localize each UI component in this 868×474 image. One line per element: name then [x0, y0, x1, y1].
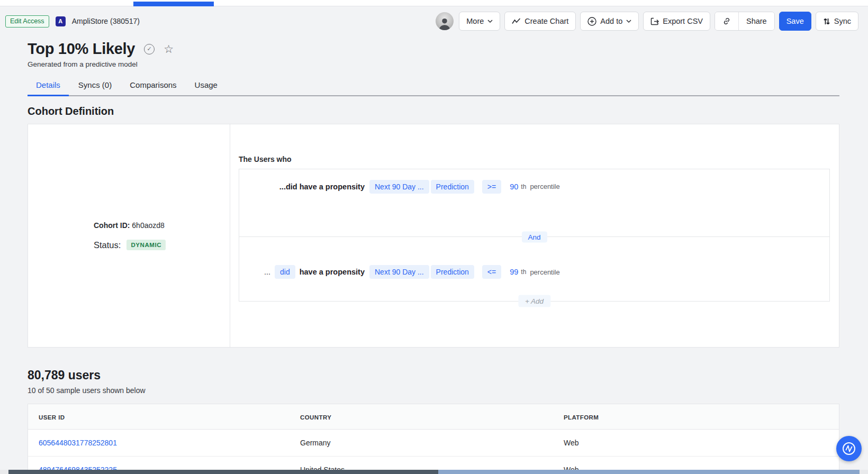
cohort-id-value: 6h0aozd8: [132, 221, 165, 230]
section-title-cohort-definition: Cohort Definition: [28, 105, 868, 117]
add-to-label: Add to: [600, 17, 622, 25]
link-icon: [722, 17, 731, 25]
create-chart-button[interactable]: Create Chart: [504, 12, 576, 31]
user-count-subtitle: 10 of 50 sample users shown below: [28, 386, 868, 395]
line-chart-icon: [512, 18, 521, 24]
workspace-avatar[interactable]: A: [56, 16, 66, 26]
export-csv-button[interactable]: Export CSV: [643, 12, 710, 31]
percentile-suffix: percentile: [530, 183, 559, 190]
percentile-value[interactable]: 99: [510, 268, 518, 276]
sample-users-table: USER ID COUNTRY PLATFORM 605644803177825…: [28, 404, 839, 474]
user-id-link[interactable]: 6056448031778252801: [39, 439, 117, 447]
share-label: Share: [746, 17, 767, 25]
operator-pill[interactable]: >=: [482, 180, 501, 194]
title-block: Top 10% Likely ✓ ☆ Generated from a pred…: [0, 36, 868, 68]
person-silhouette-icon: [438, 16, 451, 30]
tab-syncs[interactable]: Syncs (0): [70, 77, 120, 95]
user-avatar[interactable]: [436, 12, 454, 30]
scrollbar-thumb[interactable]: [8, 470, 438, 474]
chevron-down-icon: [626, 20, 631, 23]
condition-2-ellipsis: ...: [264, 268, 270, 276]
more-label: More: [466, 17, 484, 25]
tab-details[interactable]: Details: [28, 77, 69, 95]
condition-row-1: ...did have a propensity Next 90 Day ...…: [239, 169, 829, 237]
export-icon: [650, 17, 659, 25]
header-left: Edit Access A AmpliStore (380517): [5, 15, 140, 28]
cohort-id-label: Cohort ID:: [94, 221, 130, 230]
condition-2-lead: have a propensity: [300, 268, 365, 276]
export-csv-label: Export CSV: [663, 17, 703, 25]
scrollbar-track-segment[interactable]: [438, 470, 860, 474]
page: Edit Access A AmpliStore (380517) More C…: [0, 0, 868, 474]
definition-prefix: The Users who: [239, 155, 830, 163]
edit-access-badge[interactable]: Edit Access: [5, 15, 49, 28]
table-header-row: USER ID COUNTRY PLATFORM: [28, 404, 839, 430]
did-pill[interactable]: did: [275, 265, 295, 279]
cohort-status-line: Status: DYNAMIC: [94, 240, 230, 250]
status-badge: DYNAMIC: [126, 240, 166, 250]
tab-usage[interactable]: Usage: [186, 77, 226, 95]
percentile-suffix: percentile: [530, 268, 559, 276]
country-cell: Germany: [290, 430, 553, 457]
cohort-id-line: Cohort ID: 6h0aozd8: [94, 221, 230, 230]
property-type-pill[interactable]: Prediction: [431, 180, 474, 194]
condition-box: ...did have a propensity Next 90 Day ...…: [239, 169, 830, 302]
platform-cell: Web: [553, 430, 839, 457]
verified-check-icon[interactable]: ✓: [144, 44, 155, 54]
user-count-title: 80,789 users: [28, 368, 868, 382]
header-toolbar: More Create Chart Add to Export CSV: [436, 12, 858, 31]
workspace-name[interactable]: AmpliStore (380517): [72, 17, 140, 25]
status-label: Status:: [94, 240, 121, 250]
assistant-fab-button[interactable]: [836, 436, 862, 461]
page-subtitle: Generated from a predictive model: [28, 60, 868, 68]
save-button[interactable]: Save: [779, 12, 811, 31]
percentile-unit: th: [521, 183, 526, 190]
column-header-country[interactable]: COUNTRY: [290, 404, 553, 430]
sync-button[interactable]: Sync: [816, 12, 858, 31]
share-button-group: Share: [715, 12, 775, 31]
cohort-definition-panel: The Users who ...did have a propensity N…: [230, 124, 839, 347]
plus-circle-icon: [587, 17, 596, 26]
property-type-pill[interactable]: Prediction: [431, 265, 474, 279]
favorite-star-icon[interactable]: ☆: [164, 43, 174, 54]
header-bar: Edit Access A AmpliStore (380517) More C…: [0, 6, 868, 36]
add-to-button[interactable]: Add to: [580, 12, 639, 31]
tab-bar: Details Syncs (0) Comparisons Usage: [28, 77, 839, 96]
copy-link-button[interactable]: [715, 12, 738, 30]
condition-row-2: ... did have a propensity Next 90 Day ..…: [239, 237, 829, 302]
condition-1-lead: ...did have a propensity: [279, 183, 365, 191]
active-tab-indicator: [133, 2, 214, 6]
share-button[interactable]: Share: [738, 12, 774, 30]
amplitude-pulse-icon: [841, 441, 857, 457]
table-row: 6056448031778252801 Germany Web: [28, 430, 839, 457]
cohort-definition-card: Cohort ID: 6h0aozd8 Status: DYNAMIC The …: [28, 124, 839, 348]
column-header-user-id[interactable]: USER ID: [28, 404, 290, 430]
property-pill[interactable]: Next 90 Day ...: [369, 265, 429, 279]
more-button[interactable]: More: [459, 12, 500, 31]
tab-comparisons[interactable]: Comparisons: [121, 77, 185, 95]
page-title: Top 10% Likely: [28, 40, 135, 58]
and-connector-pill[interactable]: And: [521, 232, 547, 243]
property-pill[interactable]: Next 90 Day ...: [369, 180, 429, 194]
percentile-value[interactable]: 90: [510, 183, 518, 191]
browser-tab-strip: [0, 0, 868, 6]
add-condition-button[interactable]: + Add: [518, 295, 550, 307]
operator-pill[interactable]: <=: [482, 265, 501, 279]
horizontal-scrollbar: [0, 470, 868, 474]
column-header-platform[interactable]: PLATFORM: [553, 404, 839, 430]
sync-label: Sync: [834, 17, 851, 25]
cohort-meta-panel: Cohort ID: 6h0aozd8 Status: DYNAMIC: [28, 124, 230, 347]
sync-arrows-icon: [823, 17, 830, 25]
chevron-down-icon: [487, 20, 493, 23]
percentile-unit: th: [521, 268, 526, 276]
sample-users-table-card: USER ID COUNTRY PLATFORM 605644803177825…: [28, 404, 839, 474]
create-chart-label: Create Chart: [525, 17, 568, 25]
